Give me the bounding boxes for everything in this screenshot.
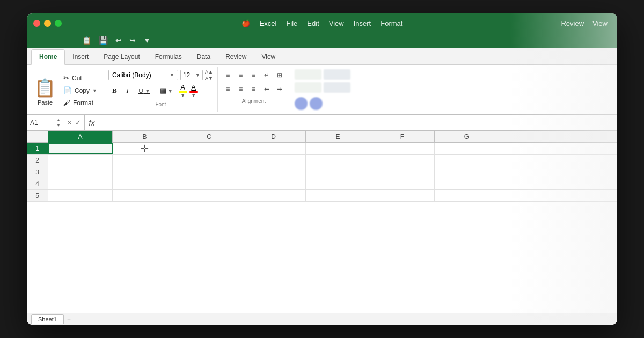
indent-decrease[interactable]: ⬅ [261,83,273,95]
tab-insert[interactable]: Insert [65,50,96,64]
font-color-icon[interactable]: A [191,83,196,91]
clipboard-icon[interactable]: 📋 [80,35,93,46]
cell-f4[interactable] [370,178,435,189]
add-sheet-button[interactable]: ＋ [66,315,72,323]
cell-a5[interactable] [48,190,113,201]
menu-edit[interactable]: Edit [307,19,319,27]
cell-f5[interactable] [370,190,435,201]
name-box-down[interactable]: ▼ [56,123,61,128]
border-button[interactable]: ▦ ▼ [156,84,177,97]
menu-insert[interactable]: Insert [354,19,371,27]
tab-formulas[interactable]: Formulas [148,50,189,64]
cut-button[interactable]: ✂ Cut [61,72,99,84]
name-box[interactable]: A1 ▲ ▼ [27,115,64,130]
menu-excel[interactable]: 🍎 [241,19,250,27]
cell-g4[interactable] [435,178,499,189]
redo-icon[interactable]: ↪ [128,35,137,46]
font-size-up[interactable]: A▲ [205,69,213,75]
cell-e5[interactable] [306,190,370,201]
font-size-selector[interactable]: 12 ▼ [180,70,203,80]
col-header-c[interactable]: C [177,131,241,143]
col-header-e[interactable]: E [306,131,370,143]
copy-button[interactable]: 📄 Copy ▼ [61,85,99,96]
formula-cancel[interactable]: × [68,119,72,127]
paste-button[interactable]: 📋 Paste [31,69,59,108]
cell-g5[interactable] [435,190,499,201]
cell-b2[interactable] [113,155,177,166]
col-header-b[interactable]: B [113,131,177,143]
menu-excel-label[interactable]: Excel [260,19,277,27]
cell-f2[interactable] [370,155,435,166]
menu-file[interactable]: File [286,19,297,27]
align-top-right[interactable]: ≡ [248,69,260,81]
cell-d4[interactable] [241,178,306,189]
tab-home[interactable]: Home [31,49,65,65]
highlight-dropdown[interactable]: ▼ [180,93,185,98]
cell-c5[interactable] [177,190,241,201]
align-right[interactable]: ≡ [248,83,260,95]
col-header-g[interactable]: G [435,131,499,143]
cell-e3[interactable] [306,166,370,178]
indent-increase[interactable]: ➡ [274,83,286,95]
formula-input-area[interactable]: fx [85,119,617,127]
cell-c1[interactable] [177,143,241,154]
tab-view[interactable]: View [254,50,283,64]
close-button[interactable] [33,20,40,27]
highlight-icon[interactable]: A [180,83,185,91]
menu-format[interactable]: Format [380,19,402,27]
save-icon[interactable]: 💾 [97,35,109,46]
tab-data[interactable]: Data [189,50,218,64]
cell-b1[interactable]: ✛ [113,143,177,154]
sheet-tab-1[interactable]: Sheet1 [31,314,64,324]
cell-c4[interactable] [177,178,241,189]
menu-view-right[interactable]: View [589,18,611,28]
dropdown-icon[interactable]: ▼ [142,35,152,46]
align-center[interactable]: ≡ [235,83,247,95]
cell-d5[interactable] [241,190,306,201]
tab-page-layout[interactable]: Page Layout [96,50,147,64]
align-top-left[interactable]: ≡ [222,69,234,81]
align-top-center[interactable]: ≡ [235,69,247,81]
cell-d3[interactable] [241,166,306,178]
cell-g3[interactable] [435,166,499,178]
cell-e2[interactable] [306,155,370,166]
font-size-down[interactable]: A▼ [205,76,213,81]
cell-b5[interactable] [113,190,177,201]
cell-c3[interactable] [177,166,241,178]
cell-e1[interactable] [306,143,370,154]
bold-button[interactable]: B [108,84,121,97]
formula-confirm[interactable]: ✓ [75,119,81,127]
col-header-d[interactable]: D [241,131,306,143]
wrap-text[interactable]: ↵ [261,69,273,81]
cell-g1[interactable] [435,143,499,154]
menu-view[interactable]: View [329,19,344,27]
undo-icon[interactable]: ↩ [114,35,123,46]
menu-review[interactable]: Review [558,18,587,28]
cell-a2[interactable] [48,155,113,166]
minimize-button[interactable] [44,20,51,27]
cell-d2[interactable] [241,155,306,166]
cell-e4[interactable] [306,178,370,189]
maximize-button[interactable] [55,20,62,27]
align-left[interactable]: ≡ [222,83,234,95]
name-box-up[interactable]: ▲ [56,117,61,122]
cell-f1[interactable] [370,143,435,154]
tab-review[interactable]: Review [218,50,254,64]
cell-b4[interactable] [113,178,177,189]
col-header-a[interactable]: A [48,131,113,143]
col-header-f[interactable]: F [370,131,435,143]
font-color-dropdown[interactable]: ▼ [191,93,196,98]
cell-b3[interactable] [113,166,177,178]
cell-a3[interactable] [48,166,113,178]
cell-g2[interactable] [435,155,499,166]
cell-a4[interactable] [48,178,113,189]
merge-cells[interactable]: ⊞ [274,69,286,81]
font-name-selector[interactable]: Calibri (Body) ▼ [108,70,178,80]
underline-button[interactable]: U ▼ [135,84,154,97]
cell-d1[interactable] [241,143,306,154]
italic-button[interactable]: I [123,84,133,97]
format-button[interactable]: 🖌 Format [61,97,99,108]
cell-c2[interactable] [177,155,241,166]
cell-f3[interactable] [370,166,435,178]
cell-a1[interactable] [48,143,113,154]
